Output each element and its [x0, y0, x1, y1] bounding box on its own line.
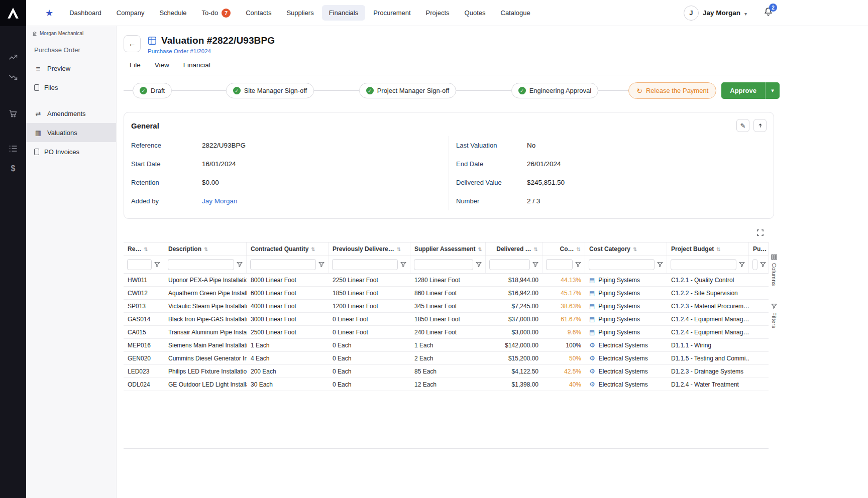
- column-header[interactable]: Cost Category: [585, 242, 667, 256]
- cell-project-budget: C1.2.2 - Site Supervision: [667, 290, 749, 297]
- sort-icon: [534, 245, 538, 253]
- columns-tab[interactable]: Columns: [771, 254, 777, 286]
- nav-item[interactable]: To-do 7: [195, 5, 238, 22]
- approve-split-button[interactable]: Approve: [721, 82, 780, 99]
- column-header[interactable]: Supplier Assessment: [410, 242, 486, 256]
- layers-icon: [589, 277, 595, 283]
- column-header[interactable]: Contracted Quantity: [247, 242, 329, 256]
- filter-input[interactable]: [127, 259, 152, 270]
- approve-dropdown-caret[interactable]: [765, 82, 780, 99]
- column-header[interactable]: Previously Delivere…: [329, 242, 410, 256]
- column-header[interactable]: Co…: [542, 242, 585, 256]
- list-icon[interactable]: [7, 143, 19, 155]
- filter-input[interactable]: [671, 259, 736, 270]
- column-header-label: Co…: [560, 245, 574, 253]
- filter-funnel-icon[interactable]: [154, 262, 160, 268]
- filter-input[interactable]: [752, 259, 757, 270]
- filter-input[interactable]: [589, 259, 655, 270]
- filter-funnel-icon[interactable]: [237, 262, 243, 268]
- purchase-order-link[interactable]: Purchase Order #1/2024: [148, 48, 275, 54]
- filter-input[interactable]: [414, 259, 473, 270]
- menu-item[interactable]: Financial: [183, 61, 210, 69]
- column-header[interactable]: Project Budget: [667, 242, 749, 256]
- filter-funnel-icon[interactable]: [532, 262, 538, 268]
- table-row[interactable]: LED023 Philips LED Fixture Installation …: [124, 365, 769, 378]
- nav-item[interactable]: Dashboard: [62, 5, 108, 21]
- filter-funnel-icon[interactable]: [318, 262, 324, 268]
- workflow-step[interactable]: Project Manager Sign-off: [359, 83, 457, 98]
- column-header[interactable]: Pu…: [749, 242, 769, 256]
- filter-funnel-icon[interactable]: [760, 262, 766, 268]
- notifications-button[interactable]: 2: [763, 7, 774, 19]
- app-logo[interactable]: [0, 0, 26, 26]
- nav-item[interactable]: Company: [110, 5, 152, 21]
- nav-item[interactable]: Schedule: [152, 5, 193, 21]
- edit-button[interactable]: [736, 119, 749, 132]
- cell-description: Aquatherm Green Pipe Installati: [164, 290, 247, 297]
- filter-input[interactable]: [546, 259, 573, 270]
- column-header[interactable]: Delivered …: [486, 242, 542, 256]
- finance-icon[interactable]: $: [7, 163, 19, 175]
- filter-funnel-icon[interactable]: [739, 262, 745, 268]
- nav-item[interactable]: Projects: [419, 5, 457, 21]
- workflow-step[interactable]: Engineering Approval: [511, 83, 599, 98]
- company-breadcrumb: Morgan Mechanical: [26, 26, 116, 38]
- fullscreen-button[interactable]: [754, 227, 766, 238]
- sidebar-item[interactable]: PO Invoices: [26, 142, 116, 161]
- collapse-button[interactable]: [753, 119, 767, 132]
- filters-tab[interactable]: Filters: [771, 303, 777, 328]
- sidebar-item[interactable]: Amendments: [26, 104, 116, 123]
- field-value[interactable]: Jay Morgan: [202, 197, 238, 205]
- nav-item[interactable]: Procurement: [366, 5, 417, 21]
- menu-item[interactable]: View: [155, 61, 169, 69]
- workflow-step[interactable]: Draft: [133, 83, 172, 98]
- filter-funnel-icon[interactable]: [657, 262, 663, 268]
- field-label: Last Valuation: [456, 142, 527, 149]
- release-payment-button[interactable]: Release the Payment: [628, 82, 716, 99]
- cell-contracted-quantity: 2500 Linear Foot: [247, 329, 329, 336]
- sidebar-item[interactable]: Preview: [26, 59, 116, 78]
- filter-funnel-icon[interactable]: [476, 262, 482, 268]
- sidebar-item[interactable]: Valuations: [26, 123, 116, 142]
- nav-item[interactable]: Contacts: [239, 5, 278, 21]
- filter-funnel-icon[interactable]: [575, 262, 581, 268]
- nav-item[interactable]: Catalogue: [494, 5, 537, 21]
- nav-item[interactable]: Suppliers: [279, 5, 320, 21]
- sidebar-item-label: Preview: [47, 65, 70, 72]
- table-row[interactable]: CA015 Transair Aluminum Pipe Installa 25…: [124, 326, 769, 339]
- column-header[interactable]: Description: [164, 242, 247, 256]
- table-row[interactable]: SP013 Victaulic Steam Pipe Installatior …: [124, 300, 769, 313]
- sidebar-item[interactable]: Files: [26, 78, 116, 97]
- table-row[interactable]: HW011 Uponor PEX-A Pipe Installation ( 8…: [124, 274, 769, 287]
- cell-reference: SP013: [124, 303, 164, 310]
- table-row[interactable]: CW012 Aquatherm Green Pipe Installati 60…: [124, 287, 769, 300]
- back-button[interactable]: [124, 35, 141, 52]
- user-menu[interactable]: J Jay Morgan: [684, 6, 747, 21]
- table-row[interactable]: MEP016 Siemens Main Panel Installation 1…: [124, 339, 769, 352]
- approve-button[interactable]: Approve: [721, 82, 765, 99]
- table-row[interactable]: GAS014 Black Iron Pipe-GAS Installation …: [124, 313, 769, 326]
- filter-input[interactable]: [489, 259, 530, 270]
- sort-icon: [144, 245, 148, 253]
- nav-item[interactable]: Quotes: [458, 5, 493, 21]
- filter-funnel-icon[interactable]: [400, 262, 406, 268]
- cell-description: Victaulic Steam Pipe Installatior: [164, 303, 247, 310]
- menu-item[interactable]: File: [130, 61, 141, 69]
- workflow-step[interactable]: Site Manager Sign-off: [226, 83, 314, 98]
- filter-input[interactable]: [250, 259, 316, 270]
- table-row[interactable]: GEN020 Cummins Diesel Generator Insta 4 …: [124, 352, 769, 365]
- trending-down-icon[interactable]: [7, 71, 19, 83]
- cell-supplier-assessment: 1 Each: [410, 342, 486, 349]
- trending-up-icon[interactable]: [7, 51, 19, 63]
- nav-item[interactable]: Financials: [322, 5, 366, 21]
- filter-input[interactable]: [332, 259, 398, 270]
- field-value: $0.00: [202, 179, 219, 186]
- cart-icon[interactable]: [7, 107, 19, 119]
- cell-contracted-quantity: 1 Each: [247, 342, 329, 349]
- table-row[interactable]: ODL024 GE Outdoor LED Light Installatic …: [124, 378, 769, 391]
- nav-item-label: Procurement: [373, 9, 410, 17]
- app: $ Dashboard Company Sched: [0, 0, 868, 498]
- filter-input[interactable]: [168, 259, 234, 270]
- favorites-star-icon[interactable]: [45, 9, 53, 18]
- column-header[interactable]: Re…: [124, 242, 164, 256]
